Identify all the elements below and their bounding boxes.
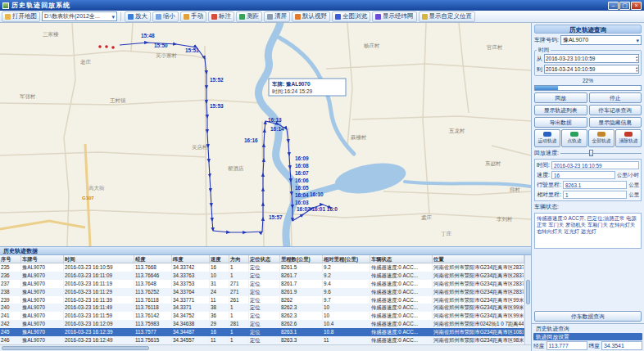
map-canvas[interactable]: 三家楼老庄吴小寨村杨庄村官庄村王村镇军张村吴店村翟酒店聂楼村高大街五龙村东赵村薛… xyxy=(0,23,531,246)
export-data-button[interactable]: 导出数据 xyxy=(534,117,587,128)
toolbar-button-annotate[interactable]: 标注 xyxy=(208,11,234,22)
column-header[interactable]: 相对里程(公里) xyxy=(323,255,370,263)
track-time-label: 16:07 xyxy=(295,170,309,176)
column-header[interactable]: 位置 xyxy=(433,255,524,263)
column-header[interactable]: 定位状态 xyxy=(249,255,280,263)
track-start-dot xyxy=(105,45,108,48)
table-row[interactable]: 242豫AL90702016-03-23 16:12:09113.7598334… xyxy=(0,320,524,328)
table-cell: 8261.7 xyxy=(280,272,323,280)
toolbar-button-graticule[interactable]: 显示经纬网 xyxy=(372,11,417,22)
table-cell: 8261.7 xyxy=(280,280,323,288)
table-cell: 238 xyxy=(0,288,21,296)
map-path-combo[interactable]: D:\数表软件(2012全... ▾ xyxy=(42,11,117,21)
relative-mileage-value: 1 xyxy=(563,191,627,199)
column-header[interactable]: 里程数(公里) xyxy=(280,255,323,263)
close-button[interactable]: × xyxy=(631,2,642,10)
stop-button[interactable]: 停止 xyxy=(589,92,642,103)
table-row[interactable]: 245豫AL90702016-03-23 16:12:39113.757734.… xyxy=(0,328,524,336)
table-cell: 16 xyxy=(210,263,229,272)
motion-track-button[interactable]: 运动轨迹 xyxy=(534,129,560,147)
column-header[interactable]: 车辆状态 xyxy=(370,255,433,263)
table-row[interactable]: 239豫AL90702016-03-23 16:11:39113.7611834… xyxy=(0,296,524,304)
from-datetime-input[interactable]: 2016-03-23 10:10:59 ▴▾ xyxy=(544,54,639,63)
table-cell: 24 xyxy=(210,288,229,296)
column-header[interactable]: 速度 xyxy=(210,255,229,263)
scrollbar-thumb[interactable] xyxy=(526,280,530,304)
point-track-button[interactable]: 点轨迹 xyxy=(561,129,587,147)
table-cell: 定位 xyxy=(249,336,280,344)
table-cell: 传感器速度:0 ACC... xyxy=(370,336,433,344)
table-row[interactable]: 241豫AL90702016-03-23 16:11:59113.7614234… xyxy=(0,312,524,320)
table-cell: 豫AL9070 xyxy=(21,288,64,296)
playback-progress-bar[interactable] xyxy=(534,85,642,91)
table-row[interactable]: 238豫AL90702016-03-23 16:11:29113.7625234… xyxy=(0,288,524,296)
tab-history-query[interactable]: 历史轨迹查询 xyxy=(533,325,642,332)
plate-combo[interactable]: 豫AL9070 ▾ xyxy=(560,35,642,45)
column-header[interactable]: 方向 xyxy=(229,255,249,263)
plate-label: 车牌号码: xyxy=(534,36,559,44)
track-time-label: 16:13 xyxy=(268,117,282,123)
toolbar-button-default-view[interactable]: 默认视野 xyxy=(292,11,330,22)
parking-data-button[interactable]: 停车数据查询 xyxy=(534,311,642,322)
table-cell: 传感器速度:0 ACC... xyxy=(370,312,433,320)
toolbar-button-label: 默认视野 xyxy=(302,12,327,20)
toolbar-button-zoom-in[interactable]: 放大 xyxy=(125,11,151,22)
query-panel: 历史轨迹查询 车牌号码: 豫AL9070 ▾ 时间 从 2016-03-23 1… xyxy=(531,23,644,323)
open-map-label: 打开地图 xyxy=(12,12,37,20)
table-row[interactable]: 235豫AL90702016-03-23 16:10:59113.766834.… xyxy=(0,263,524,272)
column-header[interactable]: 纬度 xyxy=(172,255,210,263)
road-number-label: G107 xyxy=(82,196,94,200)
toolbar-button-custom-position[interactable]: 显示自定义位置 xyxy=(419,11,476,22)
all-track-label: 全部轨迹 xyxy=(592,137,610,145)
table-cell: 河南省郑州市荥阳市G234距离市区99米附近 xyxy=(433,304,524,312)
table-cell: 定位 xyxy=(249,272,280,280)
toolbar-button-label: 缩小 xyxy=(163,12,175,20)
clear-track-button[interactable]: 清除轨迹 xyxy=(615,129,642,147)
clear-track-icon xyxy=(624,132,633,137)
toolbar-button-full-map[interactable]: 全图浏览 xyxy=(332,11,370,22)
toolbar-button-clear[interactable]: 清屏 xyxy=(264,11,290,22)
spinner-icon[interactable]: ▴▾ xyxy=(636,66,637,72)
toggle-info-button[interactable]: 显示隐藏信息 xyxy=(589,117,642,128)
tab-playback-settings[interactable]: 轨迹回放设置 xyxy=(533,333,642,340)
toolbar-button-hand[interactable]: 手动 xyxy=(180,11,206,22)
table-row[interactable]: 236豫AL90702016-03-23 16:11:09113.7664634… xyxy=(0,272,524,280)
column-header[interactable]: 序号 xyxy=(0,255,21,263)
to-datetime-input[interactable]: 2016-03-24 10:10:59 ▴▾ xyxy=(544,65,639,74)
column-header[interactable]: 经度 xyxy=(134,255,172,263)
point-track-label: 点轨迹 xyxy=(567,137,581,145)
toolbar-button-zoom-out[interactable]: 缩小 xyxy=(152,11,179,22)
playback-speed-slider[interactable] xyxy=(560,149,642,157)
slider-thumb[interactable] xyxy=(589,150,593,156)
play-button[interactable]: 回放 xyxy=(534,92,587,103)
table-cell: 38 xyxy=(210,304,229,312)
spinner-icon[interactable]: ▴▾ xyxy=(636,56,637,61)
show-track-list-button[interactable]: 显示轨迹列表 xyxy=(534,105,587,115)
map-river xyxy=(258,23,531,246)
table-cell: 2016-03-23 16:11:39 xyxy=(64,296,134,304)
parking-record-button[interactable]: 停车记录查询 xyxy=(589,105,642,115)
column-header[interactable]: 时间 xyxy=(64,255,134,263)
plate-value: 豫AL9070 xyxy=(563,36,588,44)
table-horizontal-scrollbar[interactable] xyxy=(0,344,531,351)
table-section-header: 历史轨迹数据 xyxy=(0,246,531,255)
table-cell: 9.2 xyxy=(323,272,370,280)
toolbar-buttons: 放大缩小手动标注测距清屏默认视野全图浏览显示经纬网显示自定义位置 xyxy=(125,11,475,22)
table-row[interactable]: 240豫AL90702016-03-23 16:11:49113.7611834… xyxy=(0,304,524,312)
toolbar-separator xyxy=(120,12,121,21)
scrollbar-thumb[interactable] xyxy=(2,346,149,350)
table-row[interactable]: 246豫AL90702016-03-23 16:12:49113.7561534… xyxy=(0,336,524,344)
toolbar-button-measure[interactable]: 测距 xyxy=(236,11,262,22)
maximize-button[interactable]: ▢ xyxy=(619,2,630,10)
table-cell: 29 xyxy=(210,320,229,328)
table-cell: 9.2 xyxy=(323,263,370,272)
table-row[interactable]: 237豫AL90702016-03-23 16:11:19113.764834.… xyxy=(0,280,524,288)
open-map-button[interactable]: 打开地图 xyxy=(2,11,40,22)
table-cell: 34.34752 xyxy=(172,312,210,320)
table-vertical-scrollbar[interactable] xyxy=(524,255,531,344)
column-header[interactable]: 车牌号 xyxy=(21,255,64,263)
all-track-button[interactable]: 全部轨迹 xyxy=(588,129,615,147)
table-cell: 36 xyxy=(210,312,229,320)
minimize-button[interactable]: – xyxy=(608,2,619,10)
full-map-icon xyxy=(335,14,341,20)
